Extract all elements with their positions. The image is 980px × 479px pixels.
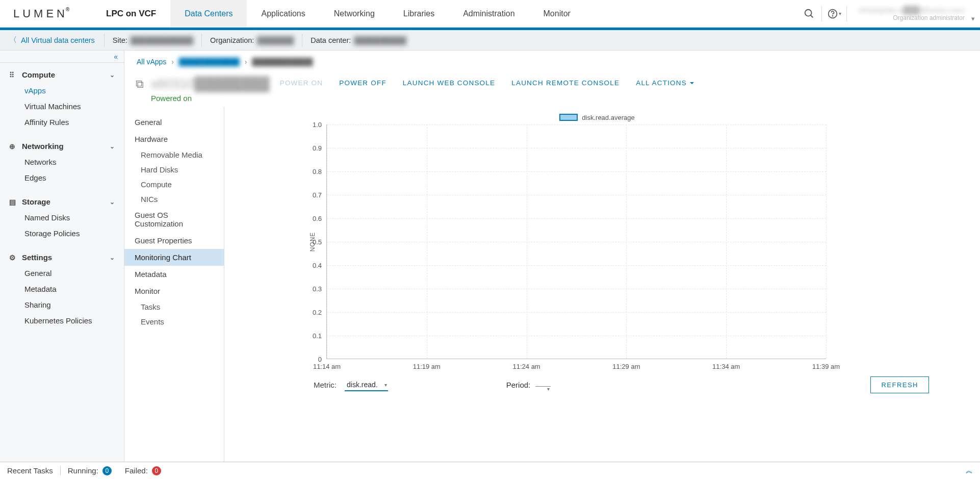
vgridline	[726, 124, 727, 359]
svg-point-0	[805, 9, 812, 16]
chart-plot: 00.10.20.30.40.50.60.70.80.91.011:14 am1…	[326, 124, 826, 359]
divider	[60, 466, 61, 475]
y-tick: 0.7	[313, 191, 327, 199]
vgridline	[527, 124, 527, 359]
breadcrumb-root[interactable]: All vApps	[137, 58, 166, 66]
gridline	[327, 312, 826, 313]
chevron-down-icon: ⌄	[110, 143, 115, 150]
org-segment: Organization: ███████	[201, 34, 302, 47]
tab-administration[interactable]: Administration	[449, 0, 529, 27]
sidebar-item-metadata[interactable]: Metadata	[0, 281, 124, 297]
gridline	[327, 148, 826, 148]
svg-point-3	[832, 15, 833, 16]
chevron-down-icon: ⌄	[110, 71, 115, 79]
search-icon[interactable]	[797, 0, 821, 27]
detail-nav-hardware[interactable]: Hardware	[124, 131, 224, 147]
detail-nav-monitor[interactable]: Monitor	[124, 283, 224, 299]
detail-nav-metadata[interactable]: Metadata	[124, 266, 224, 283]
context-bar: 〈 All Virtual data centers Site: ███████…	[0, 30, 980, 51]
brand-logo: LUMEN®	[0, 7, 102, 20]
detail-nav-tasks[interactable]: Tasks	[124, 299, 224, 314]
sidebar-item-edges[interactable]: Edges	[0, 170, 124, 186]
breadcrumb-mid[interactable]: ████████████	[179, 58, 240, 66]
chart-wrap: NONE 00.10.20.30.40.50.60.70.80.91.011:1…	[326, 124, 826, 359]
period-select[interactable]: ▾	[535, 383, 551, 387]
tab-monitor[interactable]: Monitor	[529, 0, 585, 27]
sidebar-item-affinity-rules[interactable]: Affinity Rules	[0, 114, 124, 130]
detail-nav-events[interactable]: Events	[124, 314, 224, 329]
user-menu[interactable]: christopher.w███@lumen.com Organization …	[847, 6, 980, 21]
recent-tasks-label[interactable]: Recent Tasks	[7, 466, 53, 475]
chevron-down-icon: ▾	[547, 386, 550, 392]
failed-label: Failed:	[125, 466, 148, 475]
tab-applications[interactable]: Applications	[247, 0, 319, 27]
sidebar-group-networking[interactable]: ⊕Networking⌄	[0, 138, 124, 154]
sidebar-item-vapps[interactable]: vApps	[0, 83, 124, 98]
user-email: christopher.w███@lumen.com	[858, 6, 965, 14]
sidebar-group-settings[interactable]: ⚙Settings⌄	[0, 249, 124, 265]
refresh-button[interactable]: REFRESH	[870, 376, 929, 393]
sidebar-item-named-disks[interactable]: Named Disks	[0, 210, 124, 225]
action-power-on: POWER ON	[280, 79, 323, 87]
detail-nav-compute[interactable]: Compute	[124, 177, 224, 192]
detail-nav-removable-media[interactable]: Removable Media	[124, 147, 224, 162]
detail-nav-general[interactable]: General	[124, 114, 224, 131]
sidebar-item-networks[interactable]: Networks	[0, 154, 124, 170]
sidebar-item-general[interactable]: General	[0, 265, 124, 281]
chevron-down-icon: ▾	[384, 382, 387, 388]
running-label: Running:	[68, 466, 98, 475]
action-launch-remote-console[interactable]: LAUNCH REMOTE CONSOLE	[511, 79, 620, 87]
product-name: LPC on VCF	[102, 9, 170, 19]
metric-select[interactable]: disk.read. ▾	[345, 379, 388, 391]
tab-libraries[interactable]: Libraries	[389, 0, 449, 27]
detail-nav-guest-os-customization[interactable]: Guest OS Customization	[124, 207, 224, 232]
sidebar-item-storage-policies[interactable]: Storage Policies	[0, 225, 124, 241]
tab-networking[interactable]: Networking	[320, 0, 389, 27]
chevron-right-icon: ›	[168, 58, 177, 66]
chart-legend: disk.read.average	[235, 112, 960, 124]
gridline	[327, 336, 826, 336]
chart-controls: Metric: disk.read. ▾ Period: ▾ REFRESH	[235, 359, 960, 393]
compute-icon: ⠿	[9, 71, 17, 79]
sidebar-group-storage[interactable]: ▤Storage⌄	[0, 194, 124, 210]
collapse-sidebar-icon[interactable]: «	[114, 53, 118, 61]
gridline	[327, 124, 826, 125]
gridline	[327, 242, 826, 242]
sidebar-item-virtual-machines[interactable]: Virtual Machines	[0, 98, 124, 114]
vm-actions: POWER ONPOWER OFFLAUNCH WEB CONSOLELAUNC…	[280, 76, 694, 87]
vapp-icon: ⧉	[136, 76, 144, 91]
chart-pane: disk.read.average NONE 00.10.20.30.40.50…	[224, 107, 980, 462]
main-area: All vApps › ████████████ › ████████████ …	[124, 51, 980, 462]
chevron-down-icon: ⌄	[110, 198, 115, 206]
gridline	[327, 195, 826, 195]
sidebar-item-kubernetes-policies[interactable]: Kubernetes Policies	[0, 313, 124, 329]
back-link[interactable]: 〈 All Virtual data centers	[9, 35, 104, 45]
action-power-off[interactable]: POWER OFF	[339, 79, 386, 87]
vm-title-box: ⧉ s60310████████ Powered on	[136, 76, 270, 103]
chevron-left-icon: 〈	[9, 35, 17, 45]
tab-data-centers[interactable]: Data Centers	[170, 0, 247, 27]
period-label: Period:	[506, 381, 531, 389]
vm-header: ⧉ s60310████████ Powered on POWER ONPOWE…	[124, 69, 980, 107]
action-launch-web-console[interactable]: LAUNCH WEB CONSOLE	[403, 79, 495, 87]
action-all-actions[interactable]: ALL ACTIONS	[636, 79, 694, 87]
help-icon[interactable]: ▾	[822, 0, 846, 27]
back-label: All Virtual data centers	[21, 36, 95, 44]
org-label: Organization:	[210, 36, 254, 44]
detail-nav-guest-properties[interactable]: Guest Properties	[124, 232, 224, 249]
gridline	[327, 218, 826, 219]
dc-value: ██████████	[354, 36, 406, 44]
detail-nav-monitoring-chart[interactable]: Monitoring Chart	[124, 249, 224, 266]
y-tick: 0.2	[313, 309, 327, 316]
running-badge: 0	[102, 466, 112, 475]
primary-sidebar: « ⠿Compute⌄vAppsVirtual MachinesAffinity…	[0, 51, 124, 462]
sidebar-group-compute[interactable]: ⠿Compute⌄	[0, 67, 124, 83]
networking-icon: ⊕	[9, 142, 17, 150]
detail-nav-hard-disks[interactable]: Hard Disks	[124, 162, 224, 177]
sidebar-item-sharing[interactable]: Sharing	[0, 297, 124, 313]
detail-nav-nics[interactable]: NICs	[124, 192, 224, 207]
legend-label: disk.read.average	[582, 114, 634, 121]
metric-label: Metric:	[306, 381, 337, 389]
expand-footer-icon[interactable]: ︽	[966, 466, 973, 475]
x-tick: 11:29 am	[612, 359, 640, 370]
